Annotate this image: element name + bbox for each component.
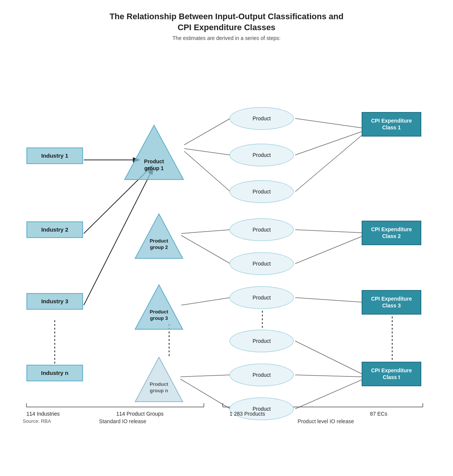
product-group-2: Productgroup 2 [134,212,183,261]
svg-line-21 [180,379,230,409]
industry-box-1: Industry 1 [26,147,83,164]
page-container: The Relationship Between Input-Output Cl… [0,0,453,439]
product-oval-8: Product [230,364,294,386]
product-oval-7: Product [230,330,294,352]
svg-marker-31 [125,125,183,180]
diagram-area: Industry 1 Industry 2 Industry 3 Industr… [23,49,430,411]
count-industries: 114 Industries [26,411,60,417]
cpi-box-2: CPI ExpenditureClass 2 [362,221,421,245]
bracket-product-level-io: Product level IO release [282,418,369,424]
product-group-n: Productgroup n [134,355,183,404]
product-oval-3: Product [230,180,294,203]
svg-line-20 [180,375,230,377]
svg-marker-33 [135,285,183,329]
svg-line-7 [181,230,230,233]
product-oval-2: Product [230,144,294,166]
title-area: The Relationship Between Input-Output Cl… [23,11,430,41]
product-group-1: Productgroup 1 [124,122,184,183]
svg-line-5 [184,149,230,155]
svg-line-4 [184,118,230,145]
industry-box-n: Industry n [26,365,83,381]
main-title: The Relationship Between Input-Output Cl… [23,11,430,33]
svg-marker-34 [135,357,183,402]
product-oval-9: Product [230,398,294,420]
product-group-3: Productgroup 3 [134,283,183,332]
svg-line-8 [181,235,230,264]
svg-line-15 [295,298,362,302]
product-oval-5: Product [230,252,294,275]
triangle-n-svg [134,355,183,404]
cpi-box-1: CPI ExpenditureClass 1 [362,112,421,136]
svg-line-22 [295,341,362,374]
svg-marker-32 [135,214,183,258]
svg-line-12 [295,135,362,192]
product-oval-4: Product [230,218,294,241]
title-line1: The Relationship Between Input-Output Cl… [109,12,344,21]
count-products: 1 283 Products [230,411,265,417]
subtitle: The estimates are derived in a series of… [23,35,430,41]
cpi-box-t: CPI ExpenditureClass t [362,362,421,386]
svg-line-6 [184,151,230,192]
triangle-2-svg [134,212,183,261]
count-ecs: 87 ECs [370,411,387,417]
cpi-box-3: CPI ExpenditureClass 3 [362,290,421,314]
svg-line-10 [295,118,362,128]
svg-line-24 [295,380,362,409]
industry-box-3: Industry 3 [26,293,83,310]
bracket-standard-io: Standard IO release [81,418,164,424]
product-oval-6: Product [230,286,294,309]
svg-line-14 [295,236,362,264]
triangle-3-svg [134,283,183,332]
svg-line-13 [295,230,362,233]
svg-line-23 [295,375,362,377]
triangle-1-svg [124,122,184,183]
count-product-groups: 114 Product Groups [116,411,163,417]
svg-line-11 [295,132,362,155]
svg-line-9 [181,298,230,305]
title-line2: CPI Expenditure Classes [177,23,275,32]
product-oval-1: Product [230,107,294,130]
industry-box-2: Industry 2 [26,221,83,238]
